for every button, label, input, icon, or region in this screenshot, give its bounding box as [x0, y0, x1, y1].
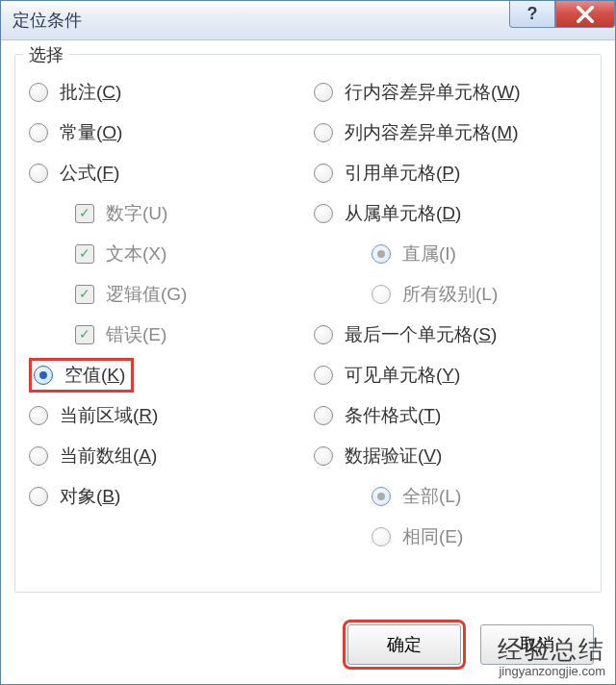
- checkbox-icon: ✓: [75, 244, 94, 264]
- option-label: 条件格式(T): [345, 403, 441, 428]
- option-label: 批注(C): [60, 80, 121, 105]
- radio-icon: [314, 164, 333, 183]
- radio-icon: [314, 83, 333, 102]
- option-label: 行内容差异单元格(W): [345, 80, 521, 105]
- checkbox-icon: ✓: [75, 204, 94, 223]
- right-column: 行内容差异单元格(W) 列内容差异单元格(M) 引用单元格(P) 从属单元格(D…: [314, 72, 587, 557]
- left-column: 批注(C) 常量(O) 公式(F) ✓ 数字(U): [29, 72, 302, 557]
- question-icon: ?: [527, 4, 538, 24]
- radio-icon: [314, 366, 333, 385]
- option-label: 最后一个单元格(S): [345, 322, 497, 347]
- radio-icon: [29, 446, 48, 466]
- titlebar: 定位条件 ?: [1, 1, 615, 40]
- radio-icon: [29, 123, 48, 142]
- radio-icon: [29, 487, 48, 506]
- option-label: 常量(O): [60, 120, 122, 145]
- option-label: 空值(K): [64, 363, 125, 388]
- client-area: 选择 批注(C) 常量(O) 公式(F): [1, 40, 615, 606]
- sub-label: 相同(E): [402, 524, 463, 549]
- option-row-differences[interactable]: 行内容差异单元格(W): [314, 72, 587, 113]
- option-dependents[interactable]: 从属单元格(D): [314, 193, 587, 234]
- sub-label: 所有级别(L): [402, 282, 498, 307]
- sub-all-levels: 所有级别(L): [314, 274, 587, 315]
- checkbox-icon: ✓: [75, 325, 94, 344]
- radio-icon: [372, 527, 391, 546]
- option-objects[interactable]: 对象(B): [29, 476, 302, 517]
- group-legend: 选择: [23, 43, 69, 66]
- option-data-validation[interactable]: 数据验证(V): [314, 436, 587, 476]
- radio-icon: [34, 366, 53, 385]
- radio-icon: [29, 164, 48, 183]
- radio-icon: [314, 446, 333, 466]
- option-current-region[interactable]: 当前区域(R): [29, 395, 302, 436]
- option-last-cell[interactable]: 最后一个单元格(S): [314, 315, 587, 355]
- radio-icon: [314, 123, 333, 142]
- help-button[interactable]: ?: [509, 1, 555, 28]
- sub-all: 全部(L): [314, 476, 587, 517]
- check-label: 逻辑值(G): [106, 282, 187, 307]
- sub-label: 直属(I): [402, 241, 456, 266]
- radio-icon: [314, 325, 333, 344]
- columns: 批注(C) 常量(O) 公式(F) ✓ 数字(U): [29, 72, 587, 557]
- checkbox-icon: ✓: [75, 285, 94, 304]
- close-icon: [577, 6, 594, 23]
- option-visible-cells[interactable]: 可见单元格(Y): [314, 355, 587, 395]
- check-label: 数字(U): [106, 201, 167, 226]
- radio-icon: [29, 406, 48, 425]
- option-formulas[interactable]: 公式(F): [29, 153, 302, 193]
- options-group: 选择 批注(C) 常量(O) 公式(F): [14, 54, 602, 593]
- cancel-button[interactable]: 取消: [480, 624, 594, 665]
- option-constants[interactable]: 常量(O): [29, 113, 302, 153]
- radio-icon: [29, 83, 48, 102]
- option-comments[interactable]: 批注(C): [29, 72, 302, 113]
- radio-icon: [372, 244, 391, 264]
- dialog-title: 定位条件: [13, 9, 82, 32]
- option-precedents[interactable]: 引用单元格(P): [314, 153, 587, 193]
- sub-label: 全部(L): [402, 484, 461, 509]
- option-label: 对象(B): [60, 484, 120, 509]
- option-column-differences[interactable]: 列内容差异单元格(M): [314, 113, 587, 153]
- sub-same: 相同(E): [314, 517, 587, 557]
- check-numbers: ✓ 数字(U): [29, 193, 302, 234]
- option-label: 数据验证(V): [345, 444, 442, 469]
- option-label: 列内容差异单元格(M): [345, 120, 518, 145]
- option-conditional-format[interactable]: 条件格式(T): [314, 395, 587, 436]
- option-current-array[interactable]: 当前数组(A): [29, 436, 302, 476]
- radio-icon: [314, 204, 333, 223]
- check-label: 文本(X): [106, 241, 167, 266]
- option-label: 公式(F): [60, 161, 119, 186]
- sub-direct: 直属(I): [314, 234, 587, 274]
- ok-button[interactable]: 确定: [347, 624, 461, 665]
- option-label: 当前区域(R): [60, 403, 158, 428]
- option-label: 当前数组(A): [60, 444, 157, 469]
- watermark-en: jingyanzongjie.com: [498, 665, 605, 678]
- radio-icon: [372, 487, 391, 506]
- dialog-window: 定位条件 ? 选择 批注(C) 常量(O): [0, 0, 616, 685]
- check-logical: ✓ 逻辑值(G): [29, 274, 302, 315]
- titlebar-buttons: ?: [509, 1, 615, 28]
- radio-icon: [314, 406, 333, 425]
- check-text: ✓ 文本(X): [29, 234, 302, 274]
- highlight-box: 空值(K): [29, 358, 134, 393]
- dialog-buttons: 确定 取消: [347, 624, 594, 665]
- option-label: 引用单元格(P): [345, 161, 460, 186]
- option-blanks[interactable]: 空值(K): [29, 355, 302, 395]
- check-errors: ✓ 错误(E): [29, 315, 302, 355]
- option-label: 可见单元格(Y): [345, 363, 460, 388]
- option-label: 从属单元格(D): [345, 201, 461, 226]
- radio-icon: [372, 285, 391, 304]
- check-label: 错误(E): [106, 322, 167, 347]
- close-button[interactable]: [555, 1, 615, 28]
